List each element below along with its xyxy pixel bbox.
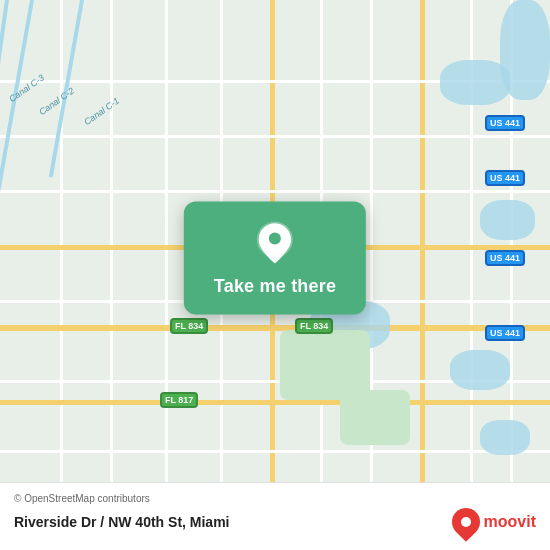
badge-fl817: FL 817: [160, 392, 198, 408]
pond-6: [500, 0, 550, 100]
moovit-logo-icon: [446, 502, 486, 542]
park-2: [280, 330, 370, 400]
moovit-logo: moovit: [452, 508, 536, 536]
badge-us441-3: US 441: [485, 250, 525, 266]
badge-us441-4: US 441: [485, 325, 525, 341]
location-text: Riverside Dr / NW 40th St, Miami: [14, 514, 452, 530]
road-h2: [0, 135, 550, 138]
road-h3: [0, 190, 550, 193]
map-attribution: © OpenStreetMap contributors: [14, 493, 536, 504]
svg-point-2: [269, 233, 281, 245]
road-h-major2: [0, 325, 550, 331]
popup-card: Take me there: [184, 202, 366, 315]
badge-us441-2: US 441: [485, 170, 525, 186]
location-row: Riverside Dr / NW 40th St, Miami moovit: [14, 508, 536, 536]
map-container: Canal C-3 Canal C-2 Canal C-1 US 441 US …: [0, 0, 550, 550]
badge-us441-1: US 441: [485, 115, 525, 131]
take-me-there-button[interactable]: Take me there: [214, 276, 336, 297]
bottom-bar: © OpenStreetMap contributors Riverside D…: [0, 482, 550, 550]
road-h-major3: [0, 400, 550, 405]
moovit-logo-inner: [461, 517, 471, 527]
pond-2: [450, 350, 510, 390]
badge-fl834-2: FL 834: [295, 318, 333, 334]
location-pin-icon: [253, 222, 297, 266]
badge-fl834-1: FL 834: [170, 318, 208, 334]
pond-4: [480, 200, 535, 240]
moovit-logo-text: moovit: [484, 513, 536, 531]
pond-3: [480, 420, 530, 455]
road-h6: [0, 450, 550, 453]
